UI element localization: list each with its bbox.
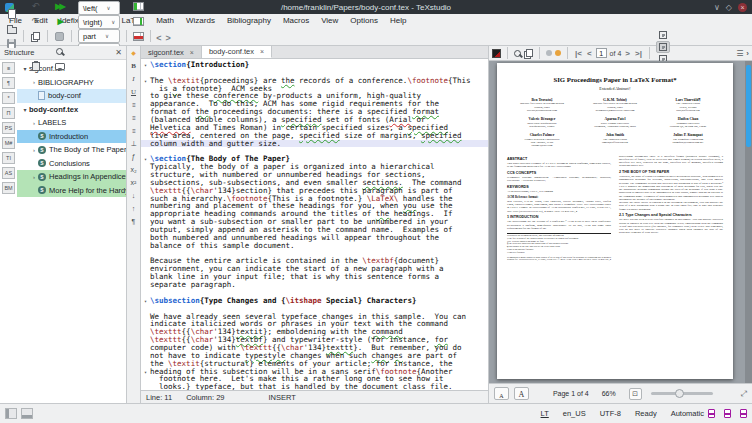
decrease-font-button[interactable]: A bbox=[494, 387, 509, 400]
maximize-button[interactable]: ◇ bbox=[726, 3, 732, 12]
expander-icon[interactable]: › bbox=[30, 147, 38, 153]
expander-icon[interactable]: ▾ bbox=[21, 106, 29, 113]
editor-line[interactable]: looks.} typeface, but that is handled by… bbox=[141, 383, 488, 390]
format-wizard-button[interactable]: ◆ bbox=[128, 47, 140, 58]
format-align-right-button[interactable]: ≡ bbox=[128, 125, 140, 136]
format-subscript-button[interactable]: x₂ bbox=[128, 164, 140, 175]
toggle-sidepanel-icon[interactable] bbox=[5, 408, 17, 419]
fit-page-button[interactable] bbox=[656, 41, 670, 53]
pdf-scrollbar[interactable] bbox=[745, 61, 752, 383]
fold-marker-icon[interactable]: ▾ bbox=[141, 368, 150, 376]
side-tab-2[interactable]: * bbox=[2, 92, 15, 104]
format-typewriter-button[interactable]: ⊥ bbox=[128, 138, 140, 149]
structure-item[interactable]: ▾body-conf.tex bbox=[17, 103, 126, 117]
menu-help[interactable]: Help bbox=[384, 16, 412, 25]
expander-icon[interactable]: › bbox=[30, 120, 38, 126]
pdf-first-page-button[interactable]: |< bbox=[574, 49, 583, 58]
stop-icon[interactable] bbox=[52, 29, 67, 44]
close-button[interactable]: × bbox=[738, 3, 747, 12]
editor-line[interactable]: balance of this sample document. bbox=[141, 242, 488, 250]
side-tab-6[interactable]: TI bbox=[2, 152, 15, 164]
format-underline-button[interactable]: U bbox=[128, 86, 140, 97]
editor-line[interactable]: ▾\subsection{Type Changes and {\itshape … bbox=[141, 297, 488, 305]
editor-line[interactable]: ▾\section{Introduction} bbox=[141, 61, 488, 69]
menu-view[interactable]: View bbox=[315, 16, 344, 25]
format-align-center-button[interactable]: ≡ bbox=[128, 112, 140, 123]
compile-icon[interactable]: ▶ bbox=[52, 14, 67, 29]
tab-sigconf.tex[interactable]: sigconf.tex× bbox=[141, 46, 202, 58]
pdf-magnifier-icon[interactable] bbox=[514, 50, 521, 57]
pdf-menu-icon[interactable]: ☰ bbox=[736, 49, 743, 58]
side-tab-0[interactable]: ≡ bbox=[2, 62, 15, 74]
toggle-bottompanel-icon[interactable] bbox=[21, 408, 33, 419]
pdf-zoom-original-button[interactable]: ⊡ bbox=[629, 388, 642, 400]
editor-line[interactable]: separate paragraph. bbox=[141, 281, 488, 289]
pdf-prev-page-button[interactable]: < bbox=[586, 49, 593, 58]
format-align-left-button[interactable]: ≡ bbox=[128, 99, 140, 110]
fold-marker-icon[interactable]: ▾ bbox=[141, 77, 150, 85]
indicator-flag-icon[interactable] bbox=[724, 409, 731, 418]
fold-marker-icon[interactable]: ▾ bbox=[141, 61, 150, 69]
structure-item[interactable]: SConclusions bbox=[17, 157, 126, 171]
fold-marker-icon[interactable]: ▾ bbox=[141, 297, 150, 305]
format-italic-button[interactable]: I bbox=[128, 73, 140, 84]
status-automatic[interactable]: Automatic bbox=[671, 409, 704, 418]
remove-row-icon[interactable] bbox=[131, 29, 146, 44]
pdf-page-input[interactable]: 1 bbox=[596, 48, 607, 58]
tab-body-conf.tex[interactable]: body-conf.tex× bbox=[202, 46, 272, 58]
format-formula-button[interactable]: ƒ bbox=[128, 151, 140, 162]
next-icon[interactable]: > bbox=[163, 33, 172, 43]
side-tab-1[interactable]: ¶ bbox=[2, 77, 15, 89]
format-arrow-up-button[interactable]: ↑ bbox=[128, 203, 140, 214]
paste-column-icon[interactable] bbox=[131, 14, 146, 29]
side-tab-4[interactable]: PS bbox=[2, 122, 15, 134]
format-arrow-down-button[interactable]: ↓ bbox=[128, 190, 140, 201]
menu-math[interactable]: Math bbox=[150, 16, 180, 25]
indicator-flag-icon[interactable] bbox=[708, 409, 715, 418]
pdf-copy-icon[interactable] bbox=[526, 49, 533, 57]
fit-width-button[interactable] bbox=[656, 29, 670, 41]
side-tab-8[interactable]: BM bbox=[2, 182, 15, 194]
side-tab-3[interactable]: Π bbox=[2, 107, 15, 119]
structure-item[interactable]: ›BIBLIOGRAPHY bbox=[17, 76, 126, 90]
editor[interactable]: ▾\section{Introduction}▾The \textit{proc… bbox=[141, 59, 488, 390]
pdf-zoom-slider[interactable] bbox=[651, 392, 713, 395]
pdf-page-area[interactable]: SIG Proceedings Paper in LaTeX Format* E… bbox=[489, 61, 752, 383]
structure-item[interactable]: ›LABELS bbox=[17, 116, 126, 130]
pdf-document-icon[interactable] bbox=[492, 49, 501, 58]
pdf-scrollbar-thumb[interactable] bbox=[746, 65, 751, 147]
minimize-button[interactable]: ∨ bbox=[714, 3, 720, 12]
menu-options[interactable]: Options bbox=[344, 16, 384, 25]
combo-right[interactable]: \right)∨ bbox=[78, 15, 120, 29]
menu-wizards[interactable]: Wizards bbox=[180, 16, 221, 25]
status-ready[interactable]: Ready bbox=[635, 409, 657, 418]
menu-macros[interactable]: Macros bbox=[277, 16, 315, 25]
open-file-icon[interactable] bbox=[4, 21, 19, 36]
status-en_us[interactable]: en_US bbox=[563, 409, 586, 418]
combo-part[interactable]: part∨ bbox=[78, 29, 120, 43]
build-and-view-icon[interactable]: ▶▶ bbox=[52, 0, 67, 14]
structure-item[interactable]: body-conf bbox=[17, 89, 126, 103]
status-utf-8[interactable]: UTF-8 bbox=[600, 409, 621, 418]
status-lt[interactable]: LT bbox=[541, 409, 549, 418]
editor-line[interactable]: column width and gutter size. bbox=[141, 140, 488, 148]
structure-item[interactable]: SMore Help for the Hardy bbox=[17, 184, 126, 198]
format-paragraph-button[interactable]: ¶ bbox=[128, 216, 140, 227]
pdf-annotation-orange-icon[interactable] bbox=[555, 50, 561, 56]
copy-icon[interactable] bbox=[28, 29, 43, 44]
pdf-last-page-button[interactable]: >| bbox=[634, 49, 643, 58]
side-tab-7[interactable]: AS bbox=[2, 167, 15, 179]
undo-icon[interactable]: ↶ bbox=[28, 0, 43, 14]
add-column-icon[interactable] bbox=[131, 0, 146, 14]
combo-left[interactable]: \left(∨ bbox=[78, 1, 120, 15]
tab-close-icon[interactable]: × bbox=[190, 49, 194, 56]
expander-icon[interactable]: ▾ bbox=[21, 65, 29, 72]
new-file-icon[interactable] bbox=[4, 6, 19, 21]
fold-marker-icon[interactable]: ▾ bbox=[141, 155, 150, 163]
pdf-next-page-button[interactable]: > bbox=[624, 49, 631, 58]
structure-item[interactable]: ›SHeadings in Appendices bbox=[17, 170, 126, 184]
structure-item[interactable]: ›SThe Body of The Paper bbox=[17, 143, 126, 157]
structure-close-icon[interactable]: ✕ bbox=[115, 48, 122, 57]
structure-item[interactable]: SIntroduction bbox=[17, 130, 126, 144]
increase-font-button[interactable]: A bbox=[514, 387, 529, 400]
